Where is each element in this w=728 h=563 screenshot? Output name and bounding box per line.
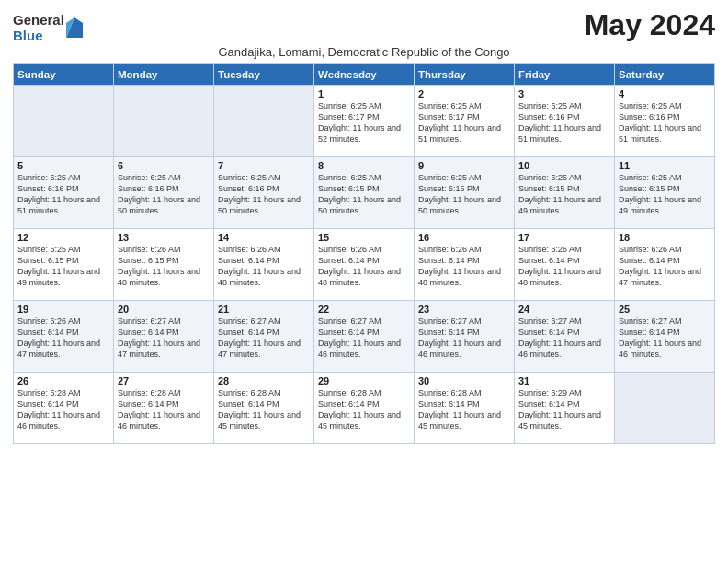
day-number: 9 bbox=[418, 160, 510, 171]
day-number: 11 bbox=[619, 160, 711, 171]
day-number: 14 bbox=[218, 232, 310, 243]
table-row: 29Sunrise: 6:28 AM Sunset: 6:14 PM Dayli… bbox=[314, 373, 415, 444]
table-row bbox=[615, 373, 715, 444]
day-info: Sunrise: 6:25 AM Sunset: 6:15 PM Dayligh… bbox=[17, 244, 109, 289]
day-number: 1 bbox=[318, 88, 410, 99]
logo: General Blue bbox=[13, 13, 83, 43]
day-info: Sunrise: 6:26 AM Sunset: 6:14 PM Dayligh… bbox=[17, 316, 109, 361]
day-info: Sunrise: 6:27 AM Sunset: 6:14 PM Dayligh… bbox=[619, 316, 711, 361]
day-number: 21 bbox=[218, 304, 310, 315]
header: General Blue May 2024 bbox=[13, 9, 715, 43]
day-number: 27 bbox=[118, 375, 210, 386]
day-number: 13 bbox=[118, 232, 210, 243]
day-number: 31 bbox=[518, 375, 610, 386]
day-number: 28 bbox=[218, 375, 310, 386]
table-row: 26Sunrise: 6:28 AM Sunset: 6:14 PM Dayli… bbox=[14, 373, 114, 444]
table-row bbox=[214, 86, 314, 157]
day-number: 5 bbox=[17, 160, 109, 171]
table-row: 27Sunrise: 6:28 AM Sunset: 6:14 PM Dayli… bbox=[114, 373, 214, 444]
day-number: 10 bbox=[518, 160, 610, 171]
table-row bbox=[14, 86, 114, 157]
day-number: 30 bbox=[418, 375, 510, 386]
table-row: 10Sunrise: 6:25 AM Sunset: 6:15 PM Dayli… bbox=[515, 157, 615, 229]
table-row: 2Sunrise: 6:25 AM Sunset: 6:17 PM Daylig… bbox=[415, 86, 515, 157]
day-info: Sunrise: 6:25 AM Sunset: 6:15 PM Dayligh… bbox=[518, 172, 610, 217]
table-row: 12Sunrise: 6:25 AM Sunset: 6:15 PM Dayli… bbox=[14, 229, 114, 301]
day-info: Sunrise: 6:27 AM Sunset: 6:14 PM Dayligh… bbox=[118, 316, 210, 361]
table-row: 16Sunrise: 6:26 AM Sunset: 6:14 PM Dayli… bbox=[415, 229, 515, 301]
day-info: Sunrise: 6:26 AM Sunset: 6:15 PM Dayligh… bbox=[118, 244, 210, 289]
day-info: Sunrise: 6:25 AM Sunset: 6:15 PM Dayligh… bbox=[418, 172, 510, 217]
page: General Blue May 2024 Gandajika, Lomami,… bbox=[0, 0, 728, 563]
day-info: Sunrise: 6:28 AM Sunset: 6:14 PM Dayligh… bbox=[418, 387, 510, 432]
subtitle: Gandajika, Lomami, Democratic Republic o… bbox=[13, 45, 715, 59]
day-info: Sunrise: 6:25 AM Sunset: 6:16 PM Dayligh… bbox=[17, 172, 109, 217]
logo-text: General Blue bbox=[13, 13, 64, 43]
day-number: 3 bbox=[518, 88, 610, 99]
day-number: 6 bbox=[118, 160, 210, 171]
day-number: 26 bbox=[17, 375, 109, 386]
logo-general: General bbox=[13, 13, 64, 29]
table-row: 20Sunrise: 6:27 AM Sunset: 6:14 PM Dayli… bbox=[114, 301, 214, 373]
table-row: 24Sunrise: 6:27 AM Sunset: 6:14 PM Dayli… bbox=[515, 301, 615, 373]
table-row: 15Sunrise: 6:26 AM Sunset: 6:14 PM Dayli… bbox=[314, 229, 415, 301]
col-sunday: Sunday bbox=[14, 64, 114, 86]
day-number: 23 bbox=[418, 304, 510, 315]
col-saturday: Saturday bbox=[615, 64, 715, 86]
day-number: 12 bbox=[17, 232, 109, 243]
day-info: Sunrise: 6:29 AM Sunset: 6:14 PM Dayligh… bbox=[518, 387, 610, 432]
table-row: 18Sunrise: 6:26 AM Sunset: 6:14 PM Dayli… bbox=[615, 229, 715, 301]
table-row: 19Sunrise: 6:26 AM Sunset: 6:14 PM Dayli… bbox=[14, 301, 114, 373]
calendar-header-row: Sunday Monday Tuesday Wednesday Thursday… bbox=[14, 64, 715, 86]
day-info: Sunrise: 6:27 AM Sunset: 6:14 PM Dayligh… bbox=[318, 316, 410, 361]
day-info: Sunrise: 6:27 AM Sunset: 6:14 PM Dayligh… bbox=[218, 316, 310, 361]
calendar-week-4: 19Sunrise: 6:26 AM Sunset: 6:14 PM Dayli… bbox=[14, 301, 715, 373]
table-row: 23Sunrise: 6:27 AM Sunset: 6:14 PM Dayli… bbox=[415, 301, 515, 373]
table-row: 17Sunrise: 6:26 AM Sunset: 6:14 PM Dayli… bbox=[515, 229, 615, 301]
calendar: Sunday Monday Tuesday Wednesday Thursday… bbox=[13, 63, 715, 444]
day-number: 16 bbox=[418, 232, 510, 243]
table-row: 4Sunrise: 6:25 AM Sunset: 6:16 PM Daylig… bbox=[615, 86, 715, 157]
calendar-week-3: 12Sunrise: 6:25 AM Sunset: 6:15 PM Dayli… bbox=[14, 229, 715, 301]
table-row: 25Sunrise: 6:27 AM Sunset: 6:14 PM Dayli… bbox=[615, 301, 715, 373]
day-info: Sunrise: 6:25 AM Sunset: 6:15 PM Dayligh… bbox=[318, 172, 410, 217]
table-row: 7Sunrise: 6:25 AM Sunset: 6:16 PM Daylig… bbox=[214, 157, 314, 229]
logo-blue: Blue bbox=[13, 29, 64, 44]
calendar-week-1: 1Sunrise: 6:25 AM Sunset: 6:17 PM Daylig… bbox=[14, 86, 715, 157]
day-info: Sunrise: 6:28 AM Sunset: 6:14 PM Dayligh… bbox=[318, 387, 410, 432]
table-row: 14Sunrise: 6:26 AM Sunset: 6:14 PM Dayli… bbox=[214, 229, 314, 301]
table-row: 9Sunrise: 6:25 AM Sunset: 6:15 PM Daylig… bbox=[415, 157, 515, 229]
day-number: 7 bbox=[218, 160, 310, 171]
day-number: 8 bbox=[318, 160, 410, 171]
day-info: Sunrise: 6:28 AM Sunset: 6:14 PM Dayligh… bbox=[118, 387, 210, 432]
day-info: Sunrise: 6:26 AM Sunset: 6:14 PM Dayligh… bbox=[418, 244, 510, 289]
col-thursday: Thursday bbox=[415, 64, 515, 86]
col-monday: Monday bbox=[114, 64, 214, 86]
day-info: Sunrise: 6:28 AM Sunset: 6:14 PM Dayligh… bbox=[218, 387, 310, 432]
table-row: 31Sunrise: 6:29 AM Sunset: 6:14 PM Dayli… bbox=[515, 373, 615, 444]
table-row: 13Sunrise: 6:26 AM Sunset: 6:15 PM Dayli… bbox=[114, 229, 214, 301]
col-tuesday: Tuesday bbox=[214, 64, 314, 86]
table-row: 28Sunrise: 6:28 AM Sunset: 6:14 PM Dayli… bbox=[214, 373, 314, 444]
day-number: 19 bbox=[17, 304, 109, 315]
table-row bbox=[114, 86, 214, 157]
calendar-week-2: 5Sunrise: 6:25 AM Sunset: 6:16 PM Daylig… bbox=[14, 157, 715, 229]
logo-icon bbox=[66, 17, 83, 38]
day-info: Sunrise: 6:25 AM Sunset: 6:17 PM Dayligh… bbox=[318, 100, 410, 145]
table-row: 21Sunrise: 6:27 AM Sunset: 6:14 PM Dayli… bbox=[214, 301, 314, 373]
day-info: Sunrise: 6:25 AM Sunset: 6:16 PM Dayligh… bbox=[518, 100, 610, 145]
day-info: Sunrise: 6:26 AM Sunset: 6:14 PM Dayligh… bbox=[518, 244, 610, 289]
day-number: 24 bbox=[518, 304, 610, 315]
day-number: 2 bbox=[418, 88, 510, 99]
table-row: 3Sunrise: 6:25 AM Sunset: 6:16 PM Daylig… bbox=[515, 86, 615, 157]
calendar-week-5: 26Sunrise: 6:28 AM Sunset: 6:14 PM Dayli… bbox=[14, 373, 715, 444]
day-info: Sunrise: 6:25 AM Sunset: 6:16 PM Dayligh… bbox=[619, 100, 711, 145]
day-info: Sunrise: 6:26 AM Sunset: 6:14 PM Dayligh… bbox=[318, 244, 410, 289]
day-info: Sunrise: 6:27 AM Sunset: 6:14 PM Dayligh… bbox=[418, 316, 510, 361]
table-row: 6Sunrise: 6:25 AM Sunset: 6:16 PM Daylig… bbox=[114, 157, 214, 229]
day-info: Sunrise: 6:28 AM Sunset: 6:14 PM Dayligh… bbox=[17, 387, 109, 432]
table-row: 8Sunrise: 6:25 AM Sunset: 6:15 PM Daylig… bbox=[314, 157, 415, 229]
day-info: Sunrise: 6:26 AM Sunset: 6:14 PM Dayligh… bbox=[619, 244, 711, 289]
day-info: Sunrise: 6:25 AM Sunset: 6:16 PM Dayligh… bbox=[118, 172, 210, 217]
table-row: 30Sunrise: 6:28 AM Sunset: 6:14 PM Dayli… bbox=[415, 373, 515, 444]
